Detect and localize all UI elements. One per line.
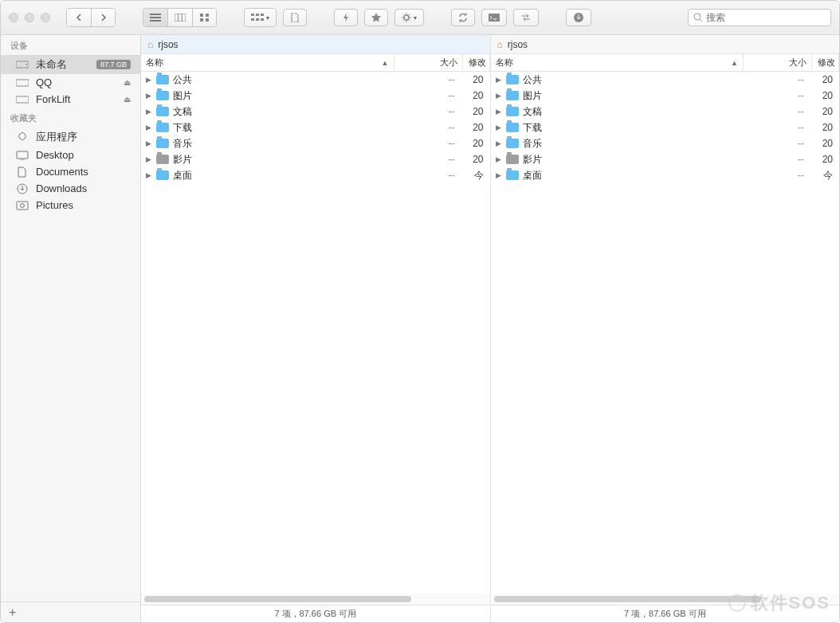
file-modified: 20 — [807, 74, 834, 85]
chevron-right-icon — [100, 14, 107, 22]
disclosure-triangle-icon[interactable]: ▶ — [146, 76, 154, 84]
zoom-dot[interactable] — [41, 13, 50, 22]
disclosure-triangle-icon[interactable]: ▶ — [146, 171, 154, 179]
file-name: 文稿 — [173, 105, 390, 119]
home-icon: ⌂ — [497, 39, 503, 50]
file-modified: 20 — [458, 138, 485, 149]
list-item[interactable]: ▶桌面--今 — [491, 167, 840, 183]
sidebar-item-label: Documents — [36, 166, 88, 178]
list-item[interactable]: ▶文稿--20 — [141, 104, 490, 120]
svg-rect-1 — [206, 14, 209, 17]
arrange-button[interactable]: ▾ — [245, 9, 276, 26]
view-columns-button[interactable] — [167, 9, 192, 26]
new-doc-button[interactable] — [283, 9, 307, 26]
path-bar[interactable]: ⌂rjsos — [491, 35, 840, 54]
sidebar-fav-desktop[interactable]: Desktop — [1, 147, 140, 163]
transfer-button[interactable] — [513, 9, 539, 26]
sidebar-fav-pictures[interactable]: Pictures — [1, 197, 140, 214]
list-item[interactable]: ▶影片--20 — [491, 151, 840, 167]
minimize-dot[interactable] — [25, 13, 34, 22]
terminal-button[interactable] — [481, 9, 507, 26]
transfer-icon — [520, 14, 532, 22]
col-name[interactable]: 名称▲ — [491, 54, 744, 71]
app-window: ▾ ▾ — [0, 0, 840, 623]
list-item[interactable]: ▶文稿--20 — [491, 104, 840, 120]
col-size[interactable]: 大小 — [744, 54, 812, 71]
disclosure-triangle-icon[interactable]: ▶ — [496, 155, 504, 163]
svg-point-13 — [694, 14, 701, 20]
view-list-button[interactable] — [143, 9, 167, 26]
disclosure-triangle-icon[interactable]: ▶ — [146, 123, 154, 131]
list-item[interactable]: ▶桌面--今 — [141, 167, 490, 183]
close-dot[interactable] — [9, 13, 18, 22]
col-modified[interactable]: 修改 — [812, 54, 839, 71]
file-modified: 20 — [807, 90, 834, 101]
list-item[interactable]: ▶影片--20 — [141, 151, 490, 167]
disclosure-triangle-icon[interactable]: ▶ — [496, 171, 504, 179]
sidebar-device-unnamed[interactable]: 未命名 87.7 GB — [1, 55, 140, 74]
quick-action-button[interactable] — [334, 9, 358, 26]
col-modified[interactable]: 修改 — [463, 54, 490, 71]
h-scrollbar[interactable] — [141, 594, 490, 605]
file-modified: 20 — [807, 154, 834, 165]
sync-button[interactable] — [451, 9, 475, 26]
folder-icon — [505, 170, 520, 180]
document-icon — [291, 13, 299, 22]
terminal-icon — [489, 14, 500, 22]
disclosure-triangle-icon[interactable]: ▶ — [496, 108, 504, 116]
desktop-icon — [15, 151, 29, 160]
sidebar-fav-applications[interactable]: 应用程序 — [1, 127, 140, 147]
sidebar-device-forklift[interactable]: ForkLift ⏏ — [1, 91, 140, 108]
scrollbar-thumb[interactable] — [494, 596, 761, 602]
h-scrollbar[interactable] — [491, 594, 840, 605]
search-field[interactable] — [688, 9, 831, 26]
search-input[interactable] — [706, 12, 826, 23]
file-name: 下载 — [523, 121, 740, 135]
sidebar-fav-downloads[interactable]: Downloads — [1, 180, 140, 197]
disclosure-triangle-icon[interactable]: ▶ — [496, 139, 504, 147]
view-icons-button[interactable] — [192, 9, 216, 26]
back-button[interactable] — [67, 9, 91, 26]
file-size: -- — [739, 90, 807, 101]
sidebar-device-qq[interactable]: QQ ⏏ — [1, 74, 140, 91]
folder-icon — [155, 170, 170, 180]
disclosure-triangle-icon[interactable]: ▶ — [496, 76, 504, 84]
svg-rect-17 — [16, 96, 29, 103]
disclosure-triangle-icon[interactable]: ▶ — [146, 139, 154, 147]
list-item[interactable]: ▶音乐--20 — [141, 135, 490, 151]
home-icon: ⌂ — [147, 39, 153, 50]
eject-icon[interactable]: ⏏ — [124, 78, 131, 87]
col-name[interactable]: 名称▲ — [141, 54, 394, 71]
list-item[interactable]: ▶音乐--20 — [491, 135, 840, 151]
col-size[interactable]: 大小 — [394, 54, 463, 71]
disclosure-triangle-icon[interactable]: ▶ — [496, 92, 504, 100]
sidebar-fav-documents[interactable]: Documents — [1, 163, 140, 180]
list-item[interactable]: ▶公共--20 — [141, 72, 490, 88]
folder-icon — [155, 91, 170, 100]
disclosure-triangle-icon[interactable]: ▶ — [146, 108, 154, 116]
download-button[interactable] — [566, 9, 591, 26]
file-modified: 20 — [458, 106, 485, 117]
file-name: 公共 — [523, 73, 740, 87]
sidebar-header-favorites: 收藏夹 — [1, 108, 140, 127]
path-label: rjsos — [508, 39, 528, 50]
add-button[interactable]: + — [9, 605, 16, 620]
list-item[interactable]: ▶下载--20 — [141, 120, 490, 135]
file-modified: 20 — [807, 138, 834, 149]
list-item[interactable]: ▶图片--20 — [491, 88, 840, 104]
list-item[interactable]: ▶公共--20 — [491, 72, 840, 88]
folder-icon — [505, 91, 520, 100]
sort-asc-icon: ▲ — [731, 59, 738, 67]
path-bar[interactable]: ⌂rjsos — [141, 35, 490, 54]
disclosure-triangle-icon[interactable]: ▶ — [146, 155, 154, 163]
action-menu-button[interactable]: ▾ — [394, 9, 424, 26]
favorite-button[interactable] — [364, 9, 388, 26]
list-item[interactable]: ▶图片--20 — [141, 88, 490, 104]
disclosure-triangle-icon[interactable]: ▶ — [146, 92, 154, 100]
scrollbar-thumb[interactable] — [144, 596, 411, 602]
file-list: ▶公共--20▶图片--20▶文稿--20▶下载--20▶音乐--20▶影片--… — [141, 72, 490, 594]
eject-icon[interactable]: ⏏ — [124, 95, 131, 104]
forward-button[interactable] — [91, 9, 115, 26]
list-item[interactable]: ▶下载--20 — [491, 120, 840, 135]
disclosure-triangle-icon[interactable]: ▶ — [496, 123, 504, 131]
